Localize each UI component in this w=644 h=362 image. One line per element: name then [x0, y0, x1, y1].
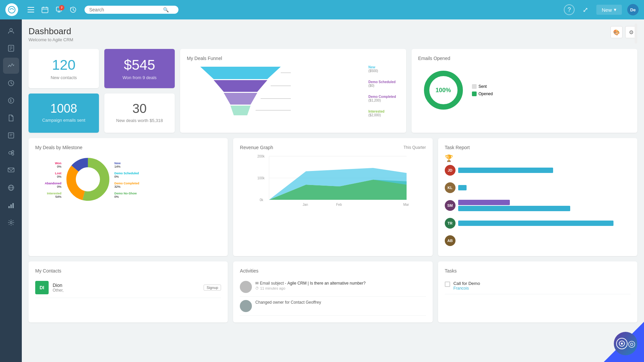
svg-rect-3 — [28, 12, 34, 12]
milestone-lost: Lost0% — [38, 172, 61, 178]
stat-new-deals: 30 New deals worth $5,318 — [104, 94, 175, 133]
svg-text:$: $ — [10, 99, 12, 103]
contact-name: Dion — [53, 283, 200, 288]
task-name-1: Call for Demo — [453, 281, 480, 286]
search-box: 🔍 — [85, 6, 178, 14]
milestone-demo-scheduled: Demo Scheduled0% — [114, 172, 145, 178]
svg-point-64 — [621, 343, 623, 345]
funnel-chart — [190, 65, 291, 117]
sidebar: $ — [0, 19, 22, 362]
tasks-title: Tasks — [445, 268, 631, 274]
app-logo[interactable] — [5, 3, 18, 16]
activities-title: Activities — [240, 268, 426, 274]
milestone-abandoned: Abandoned0% — [38, 182, 61, 188]
sidebar-item-reports[interactable] — [3, 40, 19, 56]
task-avatar-5: AB — [445, 235, 455, 246]
main-content: Dashboard Welcome to Agile CRM 🎨 ⚙ 120 N… — [22, 19, 644, 362]
svg-text:0k: 0k — [260, 198, 264, 202]
stat-new-deals-label: New deals worth $5,318 — [111, 118, 168, 123]
svg-rect-20 — [8, 133, 14, 138]
sidebar-item-history[interactable] — [3, 75, 19, 91]
task-avatar-4: TR — [445, 218, 455, 229]
svg-point-23 — [9, 152, 11, 154]
svg-line-26 — [11, 152, 12, 152]
stat-won-deals-label: Won from 9 deals — [111, 75, 168, 80]
sidebar-item-campaigns[interactable] — [3, 145, 19, 161]
help-icon-btn[interactable]: ? — [564, 4, 575, 15]
svg-marker-38 — [224, 93, 257, 105]
task-avatar-2: KL — [445, 182, 455, 193]
contact-avatar-di: DI — [35, 281, 49, 294]
svg-text:200k: 200k — [257, 155, 265, 158]
sidebar-item-analytics[interactable] — [3, 197, 19, 213]
svg-text:100k: 100k — [257, 176, 265, 180]
search-input[interactable] — [89, 7, 163, 12]
svg-text:Feb: Feb — [336, 203, 342, 206]
stat-new-contacts-label: New contacts — [35, 75, 92, 80]
svg-point-25 — [12, 153, 14, 155]
svg-rect-1 — [28, 7, 34, 8]
sidebar-item-activities[interactable] — [3, 58, 19, 74]
svg-text:Jan: Jan — [303, 203, 308, 206]
deals-funnel-card: My Deals Funnel — [180, 49, 406, 133]
task-row-3: SM — [445, 200, 631, 211]
emails-percentage: 100% — [435, 87, 451, 94]
task-row-4: TR — [445, 218, 631, 229]
sidebar-item-contacts[interactable] — [3, 23, 19, 39]
chat-bubble[interactable] — [614, 332, 637, 355]
emails-opened-card: Emails Opened 100% Sent Opened — [412, 49, 638, 133]
svg-point-35 — [10, 222, 12, 224]
stat-won-deals-value: $545 — [111, 57, 168, 73]
milestone-won: Won0% — [38, 162, 61, 168]
task-report-title: Task Report — [445, 145, 631, 150]
stat-new-deals-value: 30 — [111, 102, 168, 116]
svg-rect-34 — [12, 203, 14, 208]
deals-milestone-title: My Deals by Milestone — [35, 145, 221, 150]
activity-avatar-2 — [240, 300, 252, 312]
sidebar-item-settings[interactable] — [3, 215, 19, 231]
sidebar-item-deals[interactable]: $ — [3, 93, 19, 109]
stat-new-contacts-value: 120 — [35, 57, 92, 73]
calendar-icon-btn[interactable] — [39, 4, 51, 15]
chat-icon — [616, 338, 628, 350]
sidebar-item-global[interactable] — [3, 180, 19, 196]
page-subtitle: Welcome to Agile CRM — [29, 37, 73, 42]
svg-rect-4 — [42, 7, 48, 13]
page-header: Dashboard Welcome to Agile CRM 🎨 ⚙ — [29, 26, 637, 42]
milestone-interested: Interested54% — [38, 192, 61, 198]
stat-new-contacts: 120 New contacts — [29, 49, 99, 88]
revenue-period: This Quarter — [404, 145, 426, 150]
milestone-donut-chart — [63, 154, 113, 204]
funnel-label-demo-completed: Demo Completed ($1,200) — [368, 95, 396, 102]
legend-opened: Opened — [472, 92, 493, 96]
activity-avatar-1 — [240, 281, 252, 293]
svg-point-24 — [12, 150, 14, 153]
chevron-down-icon: ▾ — [614, 7, 616, 13]
navbar: 7 🔍 ? ⤢ New ▾ De — [0, 0, 644, 19]
color-picker-btn[interactable]: 🎨 — [610, 26, 623, 38]
svg-marker-39 — [230, 106, 251, 115]
history-icon-btn[interactable] — [67, 4, 79, 15]
svg-rect-2 — [28, 9, 34, 10]
svg-text:Mar: Mar — [403, 203, 409, 206]
funnel-label-interested: Interested ($2,000) — [368, 110, 396, 117]
navbar-right: ? ⤢ New ▾ De — [564, 4, 639, 16]
user-avatar[interactable]: De — [627, 4, 639, 15]
activities-card: Activities ✉ Email subject - Agile CRM |… — [233, 261, 432, 322]
funnel-label-new: New ($500) — [368, 65, 396, 73]
expand-icon-btn[interactable]: ⤢ — [580, 4, 591, 16]
contact-sub: Other, — [53, 288, 200, 293]
sidebar-item-messages[interactable] — [3, 162, 19, 178]
activity-time-1: ⏱ 11 minutes ago — [255, 286, 366, 290]
menu-icon-btn[interactable] — [25, 5, 37, 14]
svg-marker-36 — [200, 67, 281, 79]
milestone-demo-noshow: Demo No-Show0% — [114, 192, 145, 198]
svg-marker-37 — [214, 80, 267, 92]
notification-icon-btn[interactable]: 7 — [53, 4, 65, 15]
sidebar-item-notes[interactable] — [3, 127, 19, 143]
task-checkbox-1[interactable] — [445, 282, 450, 287]
activity-item-1: ✉ Email subject - Agile CRM | Is there a… — [240, 278, 426, 297]
task-item-1: Call for Demo Francois — [445, 278, 631, 294]
sidebar-item-files[interactable] — [3, 110, 19, 126]
new-button[interactable]: New ▾ — [596, 5, 622, 15]
